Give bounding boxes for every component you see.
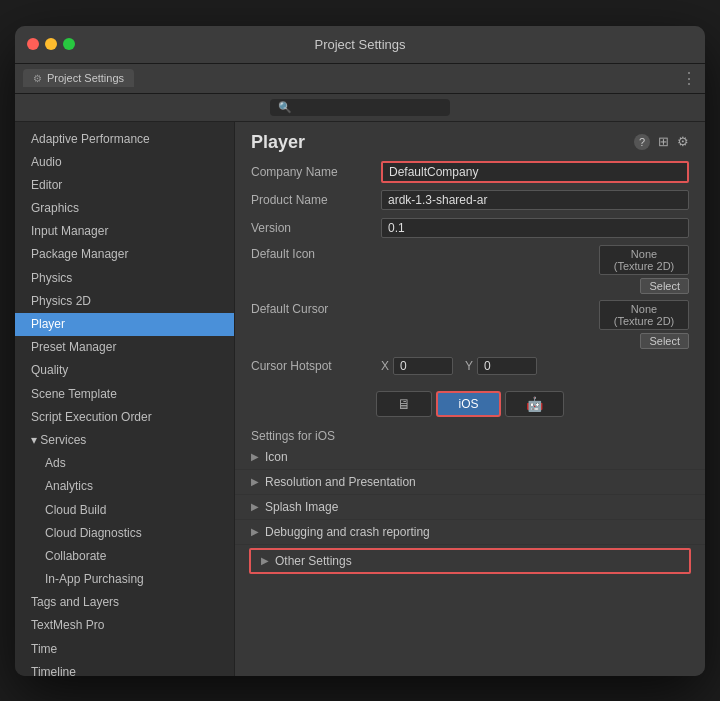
section-debugging-arrow: ▶ [251,526,259,537]
section-splash-arrow: ▶ [251,501,259,512]
sidebar-item-in-app-purchasing[interactable]: In-App Purchasing [15,568,234,591]
ios-label: iOS [458,397,478,411]
section-debugging-label: Debugging and crash reporting [265,525,430,539]
titlebar: Project Settings [15,26,705,64]
sidebar-item-time[interactable]: Time [15,638,234,661]
cursor-y-input[interactable] [477,357,537,375]
section-icon-label: Icon [265,450,288,464]
default-icon-label: Default Icon [251,245,381,261]
layout-icon[interactable]: ⊞ [658,134,669,150]
main-window: Project Settings ⚙ Project Settings ⋮ 🔍 … [15,26,705,676]
cursor-hotspot-label: Cursor Hotspot [251,359,381,373]
default-cursor-texture: None (Texture 2D) [599,300,689,330]
close-button[interactable] [27,38,39,50]
company-name-input[interactable] [381,161,689,183]
default-cursor-row: Default Cursor None (Texture 2D) Select [251,300,689,349]
monitor-icon: 🖥 [397,396,411,412]
search-icon: 🔍 [278,101,292,114]
fullscreen-button[interactable] [63,38,75,50]
android-icon: 🤖 [526,396,543,412]
sidebar-item-graphics[interactable]: Graphics [15,197,234,220]
sidebar-item-audio[interactable]: Audio [15,151,234,174]
traffic-lights [27,38,75,50]
sidebar-item-adaptive-performance[interactable]: Adaptive Performance [15,128,234,151]
product-name-input[interactable] [381,190,689,210]
cursor-hotspot-row: Cursor Hotspot X Y [251,355,689,377]
window-title: Project Settings [314,37,405,52]
sidebar: Adaptive Performance Audio Editor Graphi… [15,122,235,676]
main-content: Adaptive Performance Audio Editor Graphi… [15,122,705,676]
version-row: Version [251,217,689,239]
section-icon-arrow: ▶ [251,451,259,462]
sidebar-item-tags-and-layers[interactable]: Tags and Layers [15,591,234,614]
section-other-settings[interactable]: ▶ Other Settings [249,548,691,574]
help-icon[interactable]: ? [634,134,650,150]
sidebar-item-collaborate[interactable]: Collaborate [15,545,234,568]
platform-tab-desktop[interactable]: 🖥 [376,391,432,417]
settings-for-label: Settings for iOS [235,425,705,445]
default-cursor-preview: None (Texture 2D) Select [381,300,689,349]
sidebar-item-input-manager[interactable]: Input Manager [15,220,234,243]
content-panel: Player ? ⊞ ⚙ Company Name Product Name [235,122,705,676]
cursor-coords: X Y [381,357,689,375]
search-input[interactable] [297,101,442,113]
header-icons: ? ⊞ ⚙ [634,134,689,150]
sidebar-item-editor[interactable]: Editor [15,174,234,197]
section-resolution[interactable]: ▶ Resolution and Presentation [235,470,705,495]
sidebar-item-timeline[interactable]: Timeline [15,661,234,676]
product-name-row: Product Name [251,189,689,211]
settings-icon[interactable]: ⚙ [677,134,689,150]
y-label: Y [465,359,473,373]
tab-menu-icon[interactable]: ⋮ [681,69,697,88]
sidebar-item-package-manager[interactable]: Package Manager [15,243,234,266]
section-resolution-label: Resolution and Presentation [265,475,416,489]
gear-icon: ⚙ [33,73,42,84]
tab-label: Project Settings [47,72,124,84]
sidebar-item-scene-template[interactable]: Scene Template [15,383,234,406]
content-header: Player ? ⊞ ⚙ [235,122,705,161]
default-icon-texture: None (Texture 2D) [599,245,689,275]
sidebar-item-physics-2d[interactable]: Physics 2D [15,290,234,313]
section-other-label: Other Settings [275,554,352,568]
sidebar-item-ads[interactable]: Ads [15,452,234,475]
form-section: Company Name Product Name Version Defaul… [235,161,705,383]
platform-tabs: 🖥 iOS 🤖 [235,383,705,425]
section-splash[interactable]: ▶ Splash Image [235,495,705,520]
section-splash-label: Splash Image [265,500,338,514]
minimize-button[interactable] [45,38,57,50]
coord-x-group: X [381,357,453,375]
sidebar-item-services[interactable]: ▾ Services [15,429,234,452]
platform-tab-android[interactable]: 🤖 [505,391,564,417]
section-debugging[interactable]: ▶ Debugging and crash reporting [235,520,705,545]
sidebar-item-player[interactable]: Player [15,313,234,336]
sidebar-item-quality[interactable]: Quality [15,359,234,382]
company-name-label: Company Name [251,165,381,179]
default-cursor-select-button[interactable]: Select [640,333,689,349]
search-wrap: 🔍 [270,99,450,116]
cursor-x-input[interactable] [393,357,453,375]
product-name-label: Product Name [251,193,381,207]
default-icon-row: Default Icon None (Texture 2D) Select [251,245,689,294]
tabbar: ⚙ Project Settings ⋮ [15,64,705,94]
x-label: X [381,359,389,373]
section-resolution-arrow: ▶ [251,476,259,487]
version-label: Version [251,221,381,235]
sidebar-item-cloud-diagnostics[interactable]: Cloud Diagnostics [15,522,234,545]
default-icon-select-button[interactable]: Select [640,278,689,294]
project-settings-tab[interactable]: ⚙ Project Settings [23,69,134,87]
section-icon[interactable]: ▶ Icon [235,445,705,470]
sidebar-item-cloud-build[interactable]: Cloud Build [15,499,234,522]
page-title: Player [251,132,305,153]
default-icon-preview: None (Texture 2D) Select [381,245,689,294]
section-other-arrow: ▶ [261,555,269,566]
sidebar-item-textmesh-pro[interactable]: TextMesh Pro [15,614,234,637]
sidebar-item-physics[interactable]: Physics [15,267,234,290]
sidebar-item-script-execution-order[interactable]: Script Execution Order [15,406,234,429]
company-name-row: Company Name [251,161,689,183]
version-input[interactable] [381,218,689,238]
default-cursor-label: Default Cursor [251,300,381,316]
platform-tab-ios[interactable]: iOS [436,391,500,417]
sidebar-item-preset-manager[interactable]: Preset Manager [15,336,234,359]
searchbar: 🔍 [15,94,705,122]
sidebar-item-analytics[interactable]: Analytics [15,475,234,498]
